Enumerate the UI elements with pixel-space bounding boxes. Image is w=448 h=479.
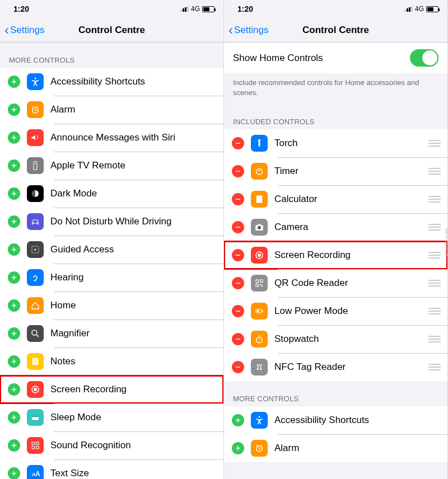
svg-point-5 — [33, 222, 34, 223]
control-label: Low Power Mode — [274, 306, 424, 317]
svg-rect-28 — [258, 224, 261, 226]
control-row[interactable]: NFC Tag Reader — [224, 353, 447, 381]
control-row[interactable]: Notes — [0, 347, 223, 375]
svg-rect-33 — [256, 284, 259, 287]
control-row[interactable]: Screen Recording — [0, 375, 223, 403]
control-label: Sound Recognition — [50, 440, 217, 451]
show-home-controls-row[interactable]: Show Home Controls — [224, 43, 447, 73]
remove-button[interactable] — [232, 193, 244, 205]
control-label: Home — [50, 300, 217, 311]
control-label: Magnifier — [50, 328, 217, 339]
drag-handle-icon[interactable] — [428, 168, 441, 175]
add-button[interactable] — [8, 383, 20, 396]
add-button[interactable] — [8, 187, 20, 200]
control-row[interactable]: Do Not Disturb While Driving — [0, 208, 223, 236]
control-row[interactable]: Home — [0, 292, 223, 320]
included-controls-list: TorchTimerCalculatorCameraScreen Recordi… — [224, 129, 447, 381]
drag-handle-icon[interactable] — [428, 280, 441, 287]
control-row[interactable]: Apple TV Remote — [0, 152, 223, 180]
show-home-controls-toggle[interactable] — [410, 49, 438, 67]
control-label: Timer — [274, 166, 424, 177]
add-button[interactable] — [8, 355, 20, 368]
add-button[interactable] — [8, 327, 20, 340]
add-button[interactable] — [232, 414, 244, 426]
control-label: Accessibility Shortcuts — [274, 415, 441, 426]
phone-left: 1:20 4G ‹ Settings Control Centre MORE C… — [0, 0, 224, 479]
add-button[interactable] — [8, 215, 20, 228]
control-row[interactable]: Low Power Mode — [224, 297, 447, 325]
record-icon — [251, 247, 268, 264]
add-button[interactable] — [8, 76, 20, 88]
control-row[interactable]: Accessibility Shortcuts — [224, 406, 447, 434]
lowpower-icon — [251, 303, 268, 320]
control-label: Guided Access — [50, 244, 217, 255]
drag-handle-icon[interactable] — [428, 196, 441, 203]
svg-point-25 — [260, 201, 262, 202]
add-button[interactable] — [8, 132, 20, 144]
control-row[interactable]: Screen Recording — [224, 241, 447, 269]
more-controls-header: MORE CONTROLS — [224, 381, 447, 406]
control-row[interactable]: Alarm — [224, 434, 447, 462]
drag-handle-icon[interactable] — [428, 336, 441, 342]
control-row[interactable]: Timer — [224, 157, 447, 185]
control-row[interactable]: Alarm — [0, 96, 223, 124]
svg-rect-31 — [256, 280, 259, 283]
svg-point-30 — [258, 253, 261, 257]
control-row[interactable]: Stopwatch — [224, 325, 447, 353]
status-network: 4G — [191, 5, 200, 13]
remove-button[interactable] — [232, 333, 244, 345]
control-row[interactable]: Guided Access — [0, 236, 223, 264]
add-button[interactable] — [8, 104, 20, 116]
control-label: Calculator — [274, 194, 424, 205]
control-row[interactable]: Calculator — [224, 185, 447, 213]
control-row[interactable]: Sound Recognition — [0, 431, 223, 459]
remove-button[interactable] — [232, 165, 244, 177]
add-button[interactable] — [8, 299, 20, 312]
control-row[interactable]: Hearing — [0, 264, 223, 292]
magnifier-icon — [27, 325, 44, 342]
nfc-icon — [251, 359, 268, 375]
add-button[interactable] — [8, 271, 20, 284]
control-row[interactable]: Magnifier — [0, 320, 223, 347]
add-button[interactable] — [8, 467, 20, 479]
control-row[interactable]: AAText Size — [0, 459, 223, 479]
sleep-icon — [27, 409, 44, 426]
add-button[interactable] — [8, 411, 20, 424]
drag-handle-icon[interactable] — [428, 364, 441, 370]
signal-icon — [404, 6, 413, 12]
control-row[interactable]: Sleep Mode — [0, 403, 223, 431]
back-button[interactable]: ‹ Settings — [4, 24, 44, 37]
sound-icon — [27, 437, 44, 454]
control-label: Notes — [50, 356, 217, 367]
add-button[interactable] — [8, 159, 20, 172]
drag-handle-icon[interactable] — [428, 252, 441, 259]
accessibility-icon — [251, 412, 268, 429]
remove-button[interactable] — [232, 221, 244, 233]
more-controls-list-right: Accessibility ShortcutsAlarm — [224, 406, 447, 462]
remove-button[interactable] — [232, 277, 244, 289]
svg-rect-2 — [34, 162, 37, 170]
remove-button[interactable] — [232, 361, 244, 373]
control-row[interactable]: Camera — [224, 213, 447, 241]
drag-handle-icon[interactable] — [428, 308, 441, 314]
tvremote-icon — [27, 157, 44, 174]
control-row[interactable]: Accessibility Shortcuts — [0, 68, 223, 96]
control-label: Torch — [274, 138, 424, 149]
add-button[interactable] — [232, 442, 244, 454]
remove-button[interactable] — [232, 305, 244, 317]
control-row[interactable]: Dark Mode — [0, 180, 223, 208]
back-button[interactable]: ‹ Settings — [228, 24, 268, 37]
add-button[interactable] — [8, 243, 20, 256]
control-row[interactable]: Torch — [224, 129, 447, 157]
control-label: Accessibility Shortcuts — [50, 76, 217, 87]
remove-button[interactable] — [232, 249, 244, 261]
back-label: Settings — [234, 25, 268, 36]
svg-rect-35 — [262, 285, 263, 287]
drag-handle-icon[interactable] — [428, 140, 441, 147]
control-row[interactable]: QR Code Reader — [224, 269, 447, 297]
control-row[interactable]: Announce Messages with Siri — [0, 124, 223, 152]
remove-button[interactable] — [232, 137, 244, 149]
add-button[interactable] — [8, 439, 20, 452]
battery-icon — [426, 6, 438, 12]
drag-handle-icon[interactable] — [428, 224, 441, 231]
